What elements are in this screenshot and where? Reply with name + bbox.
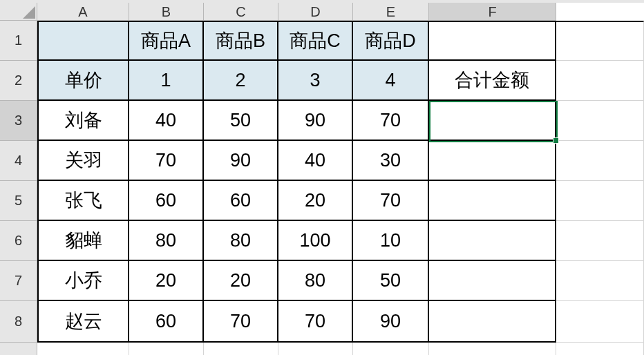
column-header-D[interactable]: D (278, 3, 353, 21)
cell-G5[interactable] (556, 181, 644, 221)
table-row: 关羽 70 90 40 30 (37, 141, 644, 181)
cell-F9[interactable] (429, 343, 556, 355)
cell-B7[interactable]: 20 (129, 261, 204, 301)
table-row: 小乔 20 20 80 50 (37, 261, 644, 301)
cell-F3[interactable] (429, 101, 556, 141)
table-row: 貂蝉 80 80 100 10 (37, 221, 644, 261)
cell-D6[interactable]: 100 (278, 221, 353, 261)
cell-G4[interactable] (556, 141, 644, 181)
cell-G1[interactable] (556, 21, 644, 61)
cell-C4[interactable]: 90 (204, 141, 278, 181)
row-header-6[interactable]: 6 (0, 221, 37, 261)
cell-G8[interactable] (556, 301, 644, 343)
cell-E1[interactable]: 商品D (353, 21, 429, 61)
cell-D2[interactable]: 3 (278, 61, 353, 101)
cell-E3[interactable]: 70 (353, 101, 429, 141)
cell-B9[interactable] (129, 343, 204, 355)
cell-G2[interactable] (556, 61, 644, 101)
cell-C6[interactable]: 80 (204, 221, 278, 261)
cell-C5[interactable]: 60 (204, 181, 278, 221)
cell-A4[interactable]: 关羽 (37, 141, 129, 181)
cell-F6[interactable] (429, 221, 556, 261)
cell-A9[interactable] (37, 343, 129, 355)
table-row: 张飞 60 60 20 70 (37, 181, 644, 221)
cell-A5[interactable]: 张飞 (37, 181, 129, 221)
cell-B2[interactable]: 1 (129, 61, 204, 101)
cell-E6[interactable]: 10 (353, 221, 429, 261)
cell-A1[interactable] (37, 21, 129, 61)
table-row: 赵云 60 70 70 90 (37, 301, 644, 343)
cell-G7[interactable] (556, 261, 644, 301)
row-header-8[interactable]: 8 (0, 301, 37, 343)
cell-B3[interactable]: 40 (129, 101, 204, 141)
column-headers: A B C D E F (0, 3, 556, 21)
cell-G9[interactable] (556, 343, 644, 355)
cell-E9[interactable] (353, 343, 429, 355)
table-row: 刘备 40 50 90 70 (37, 101, 644, 141)
cell-D7[interactable]: 80 (278, 261, 353, 301)
table-row: 商品A 商品B 商品C 商品D (37, 21, 644, 61)
cell-E8[interactable]: 90 (353, 301, 429, 343)
row-header-1[interactable]: 1 (0, 21, 37, 61)
cell-F2[interactable]: 合计金额 (429, 61, 556, 101)
spreadsheet: A B C D E F 1 2 3 4 5 6 7 8 商品A 商品B 商品C … (0, 0, 644, 355)
row-header-2[interactable]: 2 (0, 61, 37, 101)
cell-D9[interactable] (278, 343, 353, 355)
cell-F8[interactable] (429, 301, 556, 343)
cell-F5[interactable] (429, 181, 556, 221)
cell-A2[interactable]: 单价 (37, 61, 129, 101)
cell-C9[interactable] (204, 343, 278, 355)
cell-D4[interactable]: 40 (278, 141, 353, 181)
cell-G6[interactable] (556, 221, 644, 261)
cell-E4[interactable]: 30 (353, 141, 429, 181)
cell-A7[interactable]: 小乔 (37, 261, 129, 301)
cell-A3[interactable]: 刘备 (37, 101, 129, 141)
select-all-corner[interactable] (0, 3, 37, 21)
cell-B5[interactable]: 60 (129, 181, 204, 221)
row-header-5[interactable]: 5 (0, 181, 37, 221)
cell-D3[interactable]: 90 (278, 101, 353, 141)
column-header-F[interactable]: F (429, 3, 556, 21)
row-header-3[interactable]: 3 (0, 101, 37, 141)
cell-B4[interactable]: 70 (129, 141, 204, 181)
column-header-B[interactable]: B (129, 3, 204, 21)
row-header-4[interactable]: 4 (0, 141, 37, 181)
cell-C2[interactable]: 2 (204, 61, 278, 101)
cell-E7[interactable]: 50 (353, 261, 429, 301)
row-header-rest[interactable] (0, 343, 37, 355)
row-header-7[interactable]: 7 (0, 261, 37, 301)
column-header-A[interactable]: A (37, 3, 129, 21)
table-row: 单价 1 2 3 4 合计金额 (37, 61, 644, 101)
cell-C8[interactable]: 70 (204, 301, 278, 343)
column-header-C[interactable]: C (204, 3, 278, 21)
grid-area: 商品A 商品B 商品C 商品D 单价 1 2 3 4 合计金额 刘备 40 50… (37, 21, 644, 355)
cell-C7[interactable]: 20 (204, 261, 278, 301)
cell-D5[interactable]: 20 (278, 181, 353, 221)
cell-C1[interactable]: 商品B (204, 21, 278, 61)
cell-F1[interactable] (429, 21, 556, 61)
cell-A8[interactable]: 赵云 (37, 301, 129, 343)
cell-F7[interactable] (429, 261, 556, 301)
cell-A6[interactable]: 貂蝉 (37, 221, 129, 261)
cell-B6[interactable]: 80 (129, 221, 204, 261)
cell-B1[interactable]: 商品A (129, 21, 204, 61)
cell-C3[interactable]: 50 (204, 101, 278, 141)
cell-E2[interactable]: 4 (353, 61, 429, 101)
cell-G3[interactable] (556, 101, 644, 141)
cell-F4[interactable] (429, 141, 556, 181)
cell-D1[interactable]: 商品C (278, 21, 353, 61)
row-headers: 1 2 3 4 5 6 7 8 (0, 21, 37, 355)
cell-D8[interactable]: 70 (278, 301, 353, 343)
column-header-E[interactable]: E (353, 3, 429, 21)
table-row (37, 343, 644, 355)
cell-E5[interactable]: 70 (353, 181, 429, 221)
cell-B8[interactable]: 60 (129, 301, 204, 343)
